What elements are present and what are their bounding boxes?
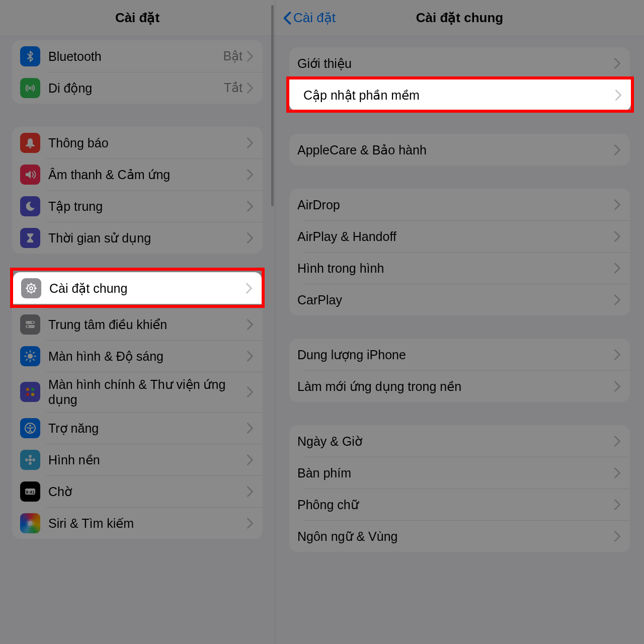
chevron-right-icon [247, 201, 254, 212]
bell-icon [20, 133, 40, 153]
chevron-right-icon [247, 83, 254, 94]
row-airdrop[interactable]: AirDrop [289, 189, 630, 220]
row-notifications[interactable]: Thông báo [12, 127, 263, 158]
bluetooth-icon [20, 46, 40, 66]
row-label: Tập trung [48, 199, 247, 214]
chevron-right-icon [614, 467, 621, 478]
general-scroll[interactable]: Giới thiệu Cập nhật phần mềm AppleCare &… [275, 47, 644, 552]
row-label: Cài đặt chung [48, 285, 247, 300]
row-display[interactable]: Màn hình & Độ sáng [12, 340, 263, 372]
switches-icon [20, 314, 40, 335]
row-label: Làm mới ứng dụng trong nền [297, 379, 614, 394]
settings-navbar: Cài đặt [0, 0, 275, 36]
row-wallpaper[interactable]: Hình nền [12, 444, 263, 475]
accessibility-icon [20, 418, 40, 438]
row-fonts[interactable]: Phông chữ [289, 489, 630, 520]
row-label: Giới thiệu [297, 56, 614, 71]
row-carplay[interactable]: CarPlay [289, 284, 630, 315]
row-label: Hình nền [48, 452, 247, 467]
chevron-right-icon [614, 90, 621, 101]
chevron-right-icon [247, 518, 254, 529]
back-label: Cài đặt [293, 10, 336, 26]
group-connectivity: Bluetooth Bật Di động Tắt [12, 40, 263, 104]
row-label: AirDrop [297, 197, 614, 212]
row-label: Màn hình chính & Thư viện ứng dụng [48, 377, 247, 407]
row-label: Di động [48, 80, 224, 96]
row-bluetooth[interactable]: Bluetooth Bật [12, 40, 263, 72]
row-label: Màn hình & Độ sáng [48, 349, 247, 364]
group-air: AirDrop AirPlay & Handoff Hình trong hìn… [289, 189, 630, 315]
row-label: AppleCare & Bảo hành [297, 142, 614, 157]
row-language[interactable]: Ngôn ngữ & Vùng [289, 520, 630, 552]
settings-scroll[interactable]: Bluetooth Bật Di động Tắt Thông báo Âm t… [0, 40, 275, 539]
grid-icon [20, 382, 40, 402]
row-focus[interactable]: Tập trung [12, 190, 263, 222]
group-intl: Ngày & Giờ Bàn phím Phông chữ Ngôn ngữ &… [289, 425, 630, 552]
row-screen-time[interactable]: Thời gian sử dụng [12, 222, 263, 254]
chevron-right-icon [614, 199, 621, 210]
chevron-right-icon [614, 58, 621, 69]
general-pane: Cài đặt Cài đặt chung Giới thiệu Cập nhậ… [275, 0, 644, 644]
row-label: Thời gian sử dụng [48, 230, 247, 246]
chevron-left-icon [283, 12, 291, 25]
chevron-right-icon [614, 436, 621, 447]
chevron-right-icon [614, 144, 621, 155]
row-label: Cập nhật phần mềm [297, 88, 614, 103]
row-pip[interactable]: Hình trong hình [289, 252, 630, 284]
row-label: CarPlay [297, 292, 614, 307]
row-label: Thông báo [48, 135, 247, 150]
group-general: Cài đặt chung Trung tâm điều khiển Màn h… [12, 277, 263, 539]
flower-icon [20, 450, 40, 470]
group-storage: Dung lượng iPhone Làm mới ứng dụng trong… [289, 339, 630, 402]
back-button[interactable]: Cài đặt [283, 10, 336, 26]
row-label: Chờ [48, 484, 247, 499]
row-software-update[interactable]: Cập nhật phần mềm [289, 79, 630, 111]
general-title: Cài đặt chung [416, 10, 503, 26]
row-label: Ngày & Giờ [297, 434, 614, 449]
row-label: Dung lượng iPhone [297, 347, 614, 362]
row-standby[interactable]: Chờ [12, 475, 263, 507]
row-about[interactable]: Giới thiệu [289, 47, 630, 79]
row-applecare[interactable]: AppleCare & Bảo hành [289, 134, 630, 166]
row-general[interactable]: Cài đặt chung [12, 277, 263, 308]
chevron-right-icon [614, 349, 621, 360]
row-accessibility[interactable]: Trợ năng [12, 412, 263, 444]
chevron-right-icon [614, 231, 621, 242]
row-siri[interactable]: Siri & Tìm kiếm [12, 507, 263, 539]
hourglass-icon [20, 228, 40, 248]
row-value: Tắt [224, 80, 243, 95]
chevron-right-icon [247, 319, 254, 330]
row-label: AirPlay & Handoff [297, 229, 614, 244]
row-label: Bluetooth [48, 49, 223, 64]
gear-icon [20, 283, 40, 303]
chevron-right-icon [247, 169, 254, 180]
row-cellular[interactable]: Di động Tắt [12, 72, 263, 104]
row-storage[interactable]: Dung lượng iPhone [289, 339, 630, 370]
moon-icon [20, 196, 40, 216]
row-home-screen[interactable]: Màn hình chính & Thư viện ứng dụng [12, 372, 263, 412]
row-label: Ngôn ngữ & Vùng [297, 529, 614, 544]
chevron-right-icon [247, 454, 254, 465]
group-alerts: Thông báo Âm thanh & Cảm ứng Tập trung T… [12, 127, 263, 254]
row-bg-refresh[interactable]: Làm mới ứng dụng trong nền [289, 370, 630, 402]
settings-pane: Cài đặt Bluetooth Bật Di động Tắt Thông … [0, 0, 275, 644]
row-keyboard[interactable]: Bàn phím [289, 457, 630, 489]
group-applecare: AppleCare & Bảo hành [289, 134, 630, 166]
chevron-right-icon [614, 381, 621, 392]
settings-title: Cài đặt [115, 10, 159, 26]
chevron-right-icon [247, 486, 254, 497]
speaker-icon [20, 165, 40, 185]
chevron-right-icon [614, 263, 621, 274]
group-about: Giới thiệu Cập nhật phần mềm [289, 47, 630, 111]
row-date-time[interactable]: Ngày & Giờ [289, 425, 630, 457]
chevron-right-icon [247, 51, 254, 62]
chevron-right-icon [247, 386, 254, 397]
row-airplay[interactable]: AirPlay & Handoff [289, 220, 630, 252]
row-label: Phông chữ [297, 497, 614, 512]
row-control-center[interactable]: Trung tâm điều khiển [12, 308, 263, 340]
chevron-right-icon [614, 531, 621, 542]
antenna-icon [20, 78, 40, 98]
scrollbar[interactable] [271, 5, 274, 206]
row-sounds[interactable]: Âm thanh & Cảm ứng [12, 158, 263, 190]
general-navbar: Cài đặt Cài đặt chung [275, 0, 644, 36]
